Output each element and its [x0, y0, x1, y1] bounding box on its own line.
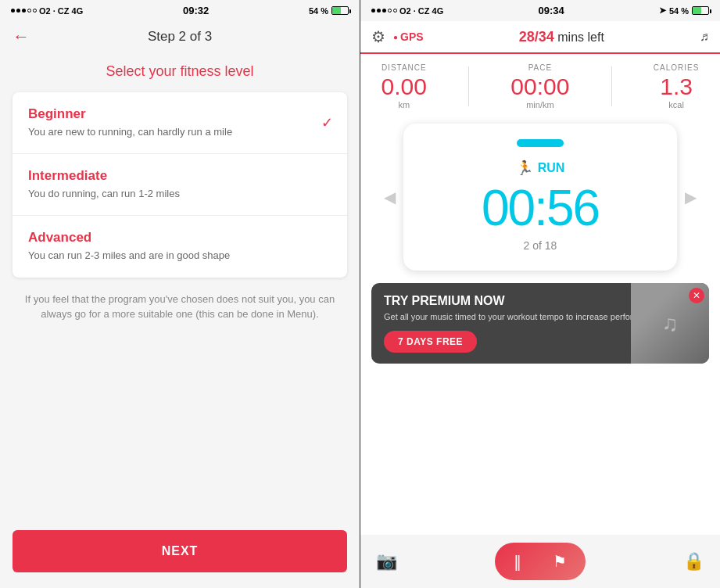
pause-button[interactable]: ‖	[500, 546, 536, 577]
stat-divider-2	[611, 66, 612, 106]
right-network: 4G	[432, 6, 444, 16]
left-status-bar: O2 · CZ 4G 09:32 54 %	[0, 0, 360, 21]
dot-2	[16, 9, 20, 13]
page-subtitle: Select your fitness level	[0, 52, 360, 92]
battery-pct: 54 %	[309, 6, 328, 16]
stat-distance-label: DISTANCE	[381, 63, 427, 72]
right-nav: ⚙ ● GPS 28/34 mins left ♬	[360, 21, 720, 54]
stats-row: DISTANCE 0.00 km PACE 00:00 min/km CALOR…	[360, 54, 720, 116]
rdot-1	[371, 9, 375, 13]
time-label: 09:32	[183, 5, 209, 16]
gps-label: ● GPS	[393, 30, 424, 43]
rdot-4	[388, 9, 392, 13]
left-status-left: O2 · CZ 4G	[11, 6, 83, 16]
beginner-title: Beginner	[28, 106, 331, 122]
workout-progress: 2 of 18	[427, 239, 654, 252]
mins-suffix: mins left	[554, 30, 604, 44]
play-pause-group: ‖ ⚑	[495, 543, 586, 580]
right-time: 09:34	[538, 5, 564, 16]
mins-left: 28/34 mins left	[519, 29, 604, 45]
fitness-option-advanced[interactable]: Advanced You can run 2-3 miles and are i…	[13, 216, 347, 277]
next-button[interactable]: NEXT	[13, 530, 347, 572]
back-button[interactable]: ←	[13, 27, 30, 47]
advanced-title: Advanced	[28, 230, 331, 246]
right-battery-pct: 54 %	[669, 6, 689, 16]
prev-workout-button[interactable]: ◀	[376, 180, 403, 214]
advanced-desc: You can run 2-3 miles and are in good sh…	[28, 249, 331, 263]
flag-button[interactable]: ⚑	[539, 546, 581, 577]
fitness-option-intermediate[interactable]: Intermediate You do running, can run 1-2…	[13, 154, 347, 216]
run-icon: 🏃	[516, 160, 533, 177]
premium-button[interactable]: 7 DAYS FREE	[384, 331, 477, 353]
stat-distance-value: 0.00	[381, 75, 427, 99]
lock-button[interactable]: 🔒	[683, 551, 704, 572]
nav-header: ← Step 2 of 3	[0, 21, 360, 52]
fitness-card: Beginner You are new to running, can har…	[13, 92, 347, 278]
stat-pace: PACE 00:00 min/km	[510, 63, 569, 109]
stat-distance-unit: km	[381, 100, 427, 109]
right-status-left: O2 · CZ 4G	[371, 6, 443, 16]
rdot-5	[393, 9, 397, 13]
dot-4	[27, 9, 31, 13]
beginner-checkmark: ✓	[321, 114, 333, 131]
run-mode: RUN	[538, 161, 565, 175]
workout-card-tab	[517, 139, 564, 147]
rdot-2	[377, 9, 381, 13]
stat-calories-unit: kcal	[654, 100, 700, 109]
fitness-option-beginner[interactable]: Beginner You are new to running, can har…	[13, 92, 347, 154]
camera-button[interactable]: 📷	[376, 551, 397, 572]
right-signal-dots	[371, 9, 397, 13]
right-nav-left: ⚙ ● GPS	[371, 27, 424, 46]
intermediate-title: Intermediate	[28, 168, 331, 184]
right-battery-icon	[692, 6, 709, 15]
stat-pace-label: PACE	[510, 63, 569, 72]
battery-icon	[331, 6, 349, 15]
stat-divider-1	[468, 66, 469, 106]
stat-calories: CALORIES 1.3 kcal	[654, 63, 700, 109]
stat-calories-value: 1.3	[654, 75, 700, 99]
right-panel: O2 · CZ 4G 09:34 ➤ 54 % ⚙ ● GPS 28/34 mi…	[360, 0, 720, 588]
premium-banner: TRY PREMIUM NOW Get all your music timed…	[371, 283, 709, 364]
battery-fill	[332, 7, 341, 14]
stat-distance: DISTANCE 0.00 km	[381, 63, 427, 109]
run-label: 🏃 RUN	[427, 160, 654, 177]
workout-card: 🏃 RUN 00:56 2 of 18	[403, 124, 677, 271]
network-label: 4G	[72, 6, 84, 16]
dot-1	[11, 9, 15, 13]
gear-icon[interactable]: ⚙	[371, 27, 385, 46]
mins-highlight: 28/34	[519, 29, 554, 45]
stat-pace-unit: min/km	[510, 100, 569, 109]
stat-pace-value: 00:00	[510, 75, 569, 99]
right-battery-fill	[693, 7, 701, 14]
next-workout-button[interactable]: ▶	[677, 180, 704, 214]
left-status-right: 54 %	[309, 6, 349, 16]
carrier-label: O2 · CZ	[39, 6, 70, 16]
battery-bar	[331, 6, 349, 15]
right-status-right: ➤ 54 %	[659, 5, 709, 16]
gps-dot-icon: ●	[393, 33, 398, 41]
close-premium-button[interactable]: ✕	[689, 288, 704, 303]
dot-5	[33, 9, 37, 13]
rdot-3	[382, 9, 386, 13]
gps-text: GPS	[400, 30, 424, 43]
location-arrow: ➤	[659, 5, 666, 16]
workout-card-area: ◀ 🏃 RUN 00:56 2 of 18 ▶	[360, 116, 720, 278]
stat-calories-label: CALORIES	[654, 63, 700, 72]
info-text: If you feel that the program you've chos…	[0, 278, 360, 336]
right-status-bar: O2 · CZ 4G 09:34 ➤ 54 %	[360, 0, 720, 21]
intermediate-desc: You do running, can run 1-2 miles	[28, 187, 331, 201]
bottom-controls: 📷 ‖ ⚑ 🔒	[360, 535, 720, 588]
dot-3	[22, 9, 26, 13]
signal-dots	[11, 9, 37, 13]
beginner-desc: You are new to running, can hardly run a…	[28, 125, 331, 139]
workout-timer: 00:56	[427, 183, 654, 233]
nav-title: Step 2 of 3	[148, 29, 212, 45]
right-battery-bar	[692, 6, 709, 15]
music-icon[interactable]: ♬	[700, 30, 709, 44]
right-carrier: O2 · CZ	[399, 6, 430, 16]
left-panel: O2 · CZ 4G 09:32 54 % ← Step 2 of 3 Sele…	[0, 0, 360, 588]
